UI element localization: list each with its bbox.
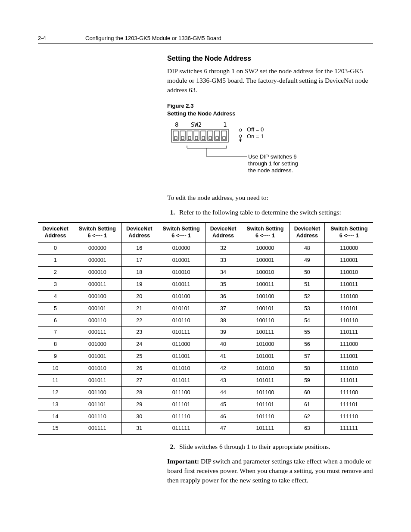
table-cell: 6: [38, 314, 73, 327]
table-cell: 55: [290, 327, 325, 339]
table-cell: 40: [206, 339, 241, 351]
table-cell: 28: [121, 386, 157, 398]
table-row: 8001000240110004010100056111000: [38, 339, 373, 351]
dip-switches-icon: [173, 131, 227, 140]
svg-rect-14: [216, 137, 218, 140]
table-cell: 42: [206, 363, 241, 375]
table-cell: 000111: [73, 327, 122, 339]
table-cell: 010010: [157, 267, 206, 279]
table-row: 11001011270110114310101159111011: [38, 374, 373, 386]
svg-rect-9: [201, 131, 206, 140]
table-cell: 011111: [157, 423, 206, 435]
table-row: 1000001170100013310000149110001: [38, 255, 373, 267]
svg-rect-11: [208, 131, 213, 140]
table-cell: 001110: [73, 411, 122, 423]
svg-point-18: [239, 135, 242, 137]
table-cell: 101111: [241, 423, 290, 435]
svg-rect-8: [195, 137, 198, 140]
table-cell: 61: [290, 398, 325, 411]
table-cell: 110111: [325, 327, 373, 339]
table-row: 10001010260110104210101058111010: [38, 363, 373, 375]
table-cell: 111110: [325, 411, 373, 423]
table-cell: 000000: [73, 243, 122, 255]
table-cell: 101110: [241, 411, 290, 423]
table-cell: 000011: [73, 278, 122, 290]
table-cell: 15: [38, 423, 73, 435]
callout-line1: Use DIP switches 6: [248, 153, 296, 160]
page-number: 2-4: [38, 34, 85, 42]
table-cell: 100000: [241, 243, 290, 255]
table-row: 12001100280111004410110060111100: [38, 386, 373, 398]
table-cell: 110000: [325, 243, 373, 255]
table-cell: 010000: [157, 243, 206, 255]
sw-center-label: SW2: [191, 121, 202, 128]
lead-in-text: To edit the node address, you need to:: [167, 193, 373, 202]
table-cell: 111010: [325, 363, 373, 375]
header-title: Configuring the 1203-GK5 Module or 1336-…: [85, 34, 221, 42]
table-cell: 010111: [157, 327, 206, 339]
table-cell: 23: [121, 327, 157, 339]
table-cell: 101101: [241, 398, 290, 411]
legend-on: On = 1: [247, 133, 264, 140]
col-addr-3: DeviceNetAddress: [290, 223, 325, 243]
table-cell: 001000: [73, 339, 122, 351]
table-row: 5000101210101013710010153110101: [38, 302, 373, 314]
table-row: 15001111310111114710111163111111: [38, 423, 373, 435]
table-cell: 110011: [325, 278, 373, 290]
table-cell: 101011: [241, 374, 290, 386]
table-cell: 100011: [241, 278, 290, 290]
table-cell: 2: [38, 267, 73, 279]
table-cell: 111011: [325, 374, 373, 386]
svg-rect-7: [194, 131, 199, 140]
node-address-table: DeviceNetAddress Switch Setting6 <---- 1…: [38, 222, 373, 435]
table-cell: 52: [290, 290, 325, 302]
table-cell: 41: [206, 351, 241, 363]
table-cell: 101100: [241, 386, 290, 398]
col-switch-3: Switch Setting6 <---- 1: [325, 223, 373, 243]
figure-title: Setting the Node Address: [167, 110, 235, 117]
table-cell: 4: [38, 290, 73, 302]
table-cell: 36: [206, 290, 241, 302]
table-cell: 48: [290, 243, 325, 255]
svg-rect-3: [180, 131, 185, 140]
table-cell: 111101: [325, 398, 373, 411]
svg-marker-20: [239, 140, 242, 142]
table-cell: 011100: [157, 386, 206, 398]
intro-paragraph: DIP switches 6 through 1 on SW2 set the …: [167, 66, 373, 94]
table-cell: 14: [38, 411, 73, 423]
table-cell: 100001: [241, 255, 290, 267]
table-cell: 010011: [157, 278, 206, 290]
sw-right-label: 1: [223, 121, 227, 128]
table-cell: 17: [121, 255, 157, 267]
table-cell: 7: [38, 327, 73, 339]
table-cell: 1: [38, 255, 73, 267]
table-cell: 111000: [325, 339, 373, 351]
table-cell: 11: [38, 374, 73, 386]
important-label: Important:: [167, 457, 199, 465]
step-1-text: Refer to the following table to determin…: [179, 208, 373, 217]
legend-off: Off = 0: [247, 126, 264, 133]
table-cell: 001001: [73, 351, 122, 363]
table-cell: 011011: [157, 374, 206, 386]
table-cell: 110010: [325, 267, 373, 279]
table-row: 2000010180100103410001050110010: [38, 267, 373, 279]
table-cell: 26: [121, 363, 157, 375]
table-cell: 49: [290, 255, 325, 267]
table-cell: 010001: [157, 255, 206, 267]
table-row: 4000100200101003610010052110100: [38, 290, 373, 302]
table-cell: 39: [206, 327, 241, 339]
table-cell: 001011: [73, 374, 122, 386]
svg-rect-6: [188, 137, 191, 140]
figure-number: Figure 2.3: [167, 103, 193, 109]
table-row: 14001110300111104610111062111110: [38, 411, 373, 423]
table-cell: 110110: [325, 314, 373, 327]
table-cell: 100101: [241, 302, 290, 314]
running-header: 2-4 Configuring the 1203-GK5 Module or 1…: [38, 34, 373, 44]
table-cell: 44: [206, 386, 241, 398]
table-cell: 45: [206, 398, 241, 411]
table-cell: 21: [121, 302, 157, 314]
step-1-marker: 1.: [167, 208, 179, 217]
table-cell: 18: [121, 267, 157, 279]
svg-rect-10: [202, 137, 205, 140]
table-cell: 57: [290, 351, 325, 363]
